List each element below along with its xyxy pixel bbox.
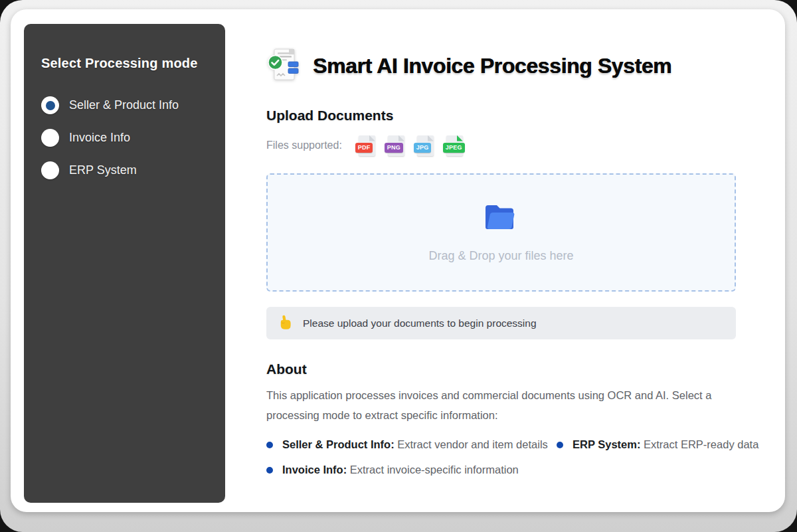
- status-message: Please upload your documents to begin pr…: [303, 317, 537, 329]
- list-item-seller-product: Seller & Product Info: Extract vendor an…: [266, 438, 551, 451]
- about-heading: About: [266, 361, 736, 377]
- pdf-badge: PDF: [355, 143, 373, 153]
- radio-option-seller-product-info[interactable]: Seller & Product Info: [41, 96, 209, 114]
- bullet-icon: [266, 442, 273, 448]
- pointing-up-hand-icon: [278, 314, 292, 332]
- sidebar-title: Select Processing mode: [41, 56, 209, 71]
- about-description: This application processes invoices and …: [266, 385, 726, 425]
- status-bar: Please upload your documents to begin pr…: [266, 307, 736, 339]
- radio-button-icon[interactable]: [41, 161, 59, 179]
- radio-option-label: Seller & Product Info: [69, 98, 179, 112]
- radio-button-icon[interactable]: [41, 96, 59, 114]
- jpeg-badge: JPEG: [443, 143, 465, 153]
- app-window: Select Processing mode Seller & Product …: [11, 9, 785, 512]
- radio-option-label: Invoice Info: [69, 131, 130, 145]
- png-badge: PNG: [385, 143, 403, 153]
- radio-option-label: ERP System: [69, 163, 137, 177]
- radio-option-invoice-info[interactable]: Invoice Info: [41, 129, 209, 147]
- radio-option-erp-system[interactable]: ERP System: [41, 161, 209, 179]
- files-supported-row: Files supported: PDF PNG JPG JPEG: [266, 135, 736, 156]
- page-title: Smart AI Invoice Processing System: [313, 54, 671, 78]
- jpg-badge: JPG: [414, 143, 432, 153]
- dropzone-text: Drag & Drop your files here: [428, 249, 573, 263]
- jpg-file-icon: JPG: [417, 135, 434, 156]
- files-supported-label: Files supported:: [266, 139, 342, 151]
- page-header: Smart AI Invoice Processing System: [266, 48, 736, 84]
- bullet-icon: [266, 467, 273, 474]
- upload-documents-heading: Upload Documents: [266, 108, 736, 124]
- list-item-invoice-info: Invoice Info: Extract invoice-specific i…: [266, 464, 551, 476]
- radio-button-icon[interactable]: [41, 129, 59, 147]
- about-mode-list: Seller & Product Info: Extract vendor an…: [266, 438, 797, 476]
- png-file-icon: PNG: [388, 135, 404, 156]
- pdf-file-icon: PDF: [359, 135, 375, 156]
- main-content: Smart AI Invoice Processing System Uploa…: [225, 9, 782, 512]
- folder-icon: [483, 203, 520, 232]
- bullet-icon: [557, 442, 563, 448]
- invoice-check-icon: [266, 48, 301, 84]
- jpeg-file-icon: JPEG: [446, 135, 463, 156]
- sidebar: Select Processing mode Seller & Product …: [24, 24, 225, 503]
- list-item-erp-system: ERP System: Extract ERP-ready data: [557, 438, 797, 451]
- file-dropzone[interactable]: Drag & Drop your files here: [266, 173, 736, 292]
